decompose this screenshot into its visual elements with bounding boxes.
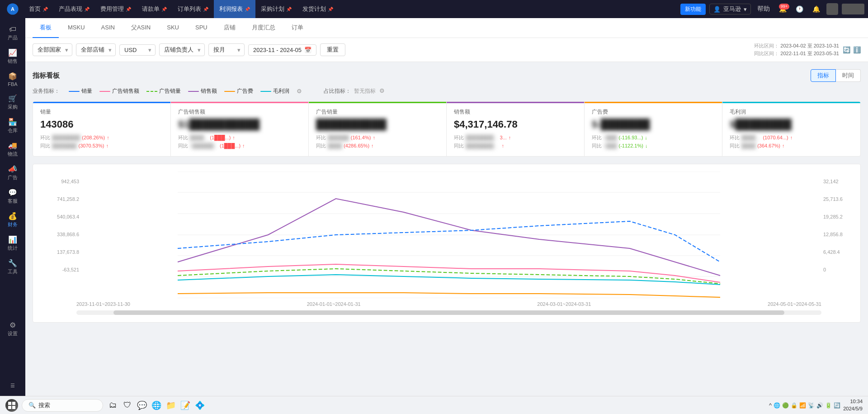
filter-compare-info: 环比区间： 2023-04-02 至 2023-10-31 同比区间： 2022… bbox=[754, 43, 861, 57]
card-name-gross-profit: 毛利润 bbox=[730, 108, 853, 116]
tab-sku[interactable]: SKU bbox=[160, 18, 186, 38]
card-name-ad-cost: 广告费 bbox=[592, 108, 715, 116]
info-icon[interactable]: ℹ️ bbox=[853, 46, 861, 53]
sidebar-item-customer[interactable]: 💬 客服 bbox=[0, 185, 25, 208]
up-arrow-av-year bbox=[371, 142, 374, 150]
refresh-icon[interactable]: 🔄 bbox=[843, 46, 850, 53]
legend-revenue[interactable]: 销售额 bbox=[188, 87, 217, 95]
card-compare-ad-revenue: 环比 ████... (1███...) 同比 $██████... (1███… bbox=[178, 134, 301, 150]
up-arrow-av-env bbox=[373, 134, 375, 142]
sidebar-item-tools[interactable]: 🔧 工具 bbox=[0, 255, 25, 279]
legend-line-ad-revenue bbox=[99, 91, 110, 92]
clock-icon[interactable]: 🕐 bbox=[793, 4, 806, 14]
sidebar-item-stats[interactable]: 📊 统计 bbox=[0, 232, 25, 255]
sidebar-item-settings[interactable]: ⚙ 设置 bbox=[0, 317, 25, 341]
sidebar-menu-icon[interactable]: ☰ bbox=[0, 379, 25, 396]
env-compare-row-av: 环比 ██████ (161.4%) bbox=[316, 134, 439, 142]
sidebar-item-ad[interactable]: 📣 广告 bbox=[0, 161, 25, 185]
sidebar-item-warehouse[interactable]: 🏪 仓库 bbox=[0, 114, 25, 138]
sidebar-item-product[interactable]: 🏷 产品 bbox=[0, 22, 25, 45]
card-value-sales-volume: 143086 bbox=[40, 119, 163, 130]
dropdown-icon: ▾ bbox=[744, 6, 747, 13]
env-compare-row-ac: 环比 $███ (-116.93...) bbox=[592, 134, 715, 142]
tab-msku[interactable]: MSKU bbox=[61, 18, 92, 38]
nav-payment[interactable]: 请款单 📌 bbox=[137, 0, 172, 18]
period-filter[interactable]: 按月 bbox=[208, 43, 245, 56]
toggle-time-button[interactable]: 时间 bbox=[836, 69, 861, 82]
card-compare-sales-volume: 环比 ████████ (208.26%) 同比 ███████ (3070.5… bbox=[40, 134, 163, 150]
nav-cost[interactable]: 费用管理 📌 bbox=[95, 0, 137, 18]
legend-gross-profit[interactable]: 毛利润 bbox=[260, 87, 289, 95]
env-compare-row-gp: 环比 ████.... (1070.64...) bbox=[730, 134, 853, 142]
up-arrow-sv-env bbox=[107, 134, 109, 142]
chart-y-labels-right: 32,142 25,713.6 19,285.2 12,856.8 6,428.… bbox=[823, 179, 846, 272]
help-button[interactable]: 帮助 bbox=[755, 3, 773, 15]
nav-orders[interactable]: 订单列表 📌 bbox=[172, 0, 214, 18]
env-compare-row-sv: 环比 ████████ (208.26%) bbox=[40, 134, 163, 142]
sidebar-item-logistics[interactable]: 🚚 物流 bbox=[0, 138, 25, 161]
card-border-sales-volume bbox=[33, 102, 170, 103]
nav-profit[interactable]: 利润报表 📌 bbox=[214, 0, 255, 18]
card-name-ad-revenue: 广告销售额 bbox=[178, 108, 301, 116]
settings-icon: ⚙ bbox=[9, 321, 16, 329]
occupy-legend-label: 占比指标： 暂无指标 ⚙ bbox=[324, 87, 385, 95]
metric-cards: 销量 143086 环比 ████████ (208.26%) 同比 █████… bbox=[33, 101, 861, 157]
fba-icon: 📦 bbox=[8, 72, 17, 81]
chart-scrollbar-thumb[interactable] bbox=[113, 310, 784, 315]
chart-x-labels: 2023-11-01~2023-11-30 2024-01-01~2024-01… bbox=[76, 301, 821, 307]
date-range-picker[interactable]: 2023-11 - 2024-05 📅 bbox=[248, 44, 316, 56]
reset-button[interactable]: 重置 bbox=[320, 43, 345, 56]
pin-icon-ship-plan: 📌 bbox=[328, 7, 333, 12]
metric-card-revenue: 销售额 $4,317,146.78 环比 ████████... 3... 同比… bbox=[447, 102, 585, 156]
legend-ad-volume[interactable]: 广告销量 bbox=[146, 87, 181, 95]
store-filter[interactable]: 全部店铺 bbox=[76, 43, 116, 56]
tab-monthly-summary[interactable]: 月度汇总 bbox=[245, 18, 283, 38]
legend-ad-cost[interactable]: 广告费 bbox=[224, 87, 253, 95]
currency-filter[interactable]: USD bbox=[119, 44, 156, 56]
finance-icon: 💰 bbox=[8, 212, 17, 220]
customer-icon: 💬 bbox=[8, 188, 17, 197]
legend-line-revenue bbox=[188, 91, 199, 92]
legend-line-gross-profit bbox=[260, 91, 271, 92]
year-compare-row-rv: 同比 ████████... bbox=[454, 142, 577, 150]
card-value-gross-profit: $████████ bbox=[730, 119, 853, 130]
legend-ad-revenue[interactable]: 广告销售额 bbox=[99, 87, 139, 95]
legend-settings-icon[interactable]: ⚙ bbox=[297, 88, 302, 95]
tab-spu[interactable]: SPU bbox=[188, 18, 215, 38]
alert-bell-icon[interactable]: 🔔 99+ bbox=[776, 4, 789, 14]
legend-sales-volume[interactable]: 销量 bbox=[69, 87, 92, 95]
tab-dashboard[interactable]: 看板 bbox=[33, 18, 59, 38]
tab-store[interactable]: 店铺 bbox=[217, 18, 243, 38]
chart-scrollbar[interactable] bbox=[76, 310, 821, 315]
card-value-ad-volume: ██████████ bbox=[316, 119, 439, 130]
notification-icon[interactable]: 🔔 bbox=[810, 4, 823, 14]
chart-svg bbox=[76, 171, 821, 298]
new-feature-button[interactable]: 新功能 bbox=[680, 4, 706, 15]
sidebar-item-fba[interactable]: 📦 FBA bbox=[0, 68, 25, 90]
env-compare-row-ar: 环比 ████... (1███...) bbox=[178, 134, 301, 142]
card-compare-gross-profit: 环比 ████.... (1070.64...) 同比 ████ (364.67… bbox=[730, 134, 853, 150]
legend-line-ad-volume bbox=[146, 91, 157, 92]
metric-card-ad-volume: 广告销量 ██████████ 环比 ██████ (161.4%) 同比 ██… bbox=[309, 102, 447, 156]
tab-parent-asin[interactable]: 父ASIN bbox=[124, 18, 158, 38]
nav-product[interactable]: 产品表现 📌 bbox=[53, 0, 95, 18]
tab-orders[interactable]: 订单 bbox=[284, 18, 311, 38]
avatar[interactable] bbox=[826, 3, 838, 15]
env-compare-range: 环比区间： 2023-04-02 至 2023-10-31 bbox=[754, 43, 839, 49]
sidebar-item-finance[interactable]: 💰 财务 bbox=[0, 208, 25, 232]
person-filter[interactable]: 店铺负责人 bbox=[159, 43, 205, 56]
main-content: 看板 MSKU ASIN 父ASIN SKU SPU 店铺 月度汇总 订单 全部… bbox=[25, 18, 868, 396]
up-arrow-gp-year bbox=[782, 142, 785, 150]
nav-home[interactable]: 首页 📌 bbox=[24, 0, 53, 18]
country-filter[interactable]: 全部国家 bbox=[33, 43, 72, 56]
tab-asin[interactable]: ASIN bbox=[94, 18, 122, 38]
user-area[interactable]: 👤 亚马逊 ▾ bbox=[709, 4, 751, 14]
nav-purchase-plan[interactable]: 采购计划 📌 bbox=[255, 0, 297, 18]
occupy-settings-icon[interactable]: ⚙ bbox=[379, 87, 385, 94]
card-compare-ad-cost: 环比 $███ (-116.93...) 同比 $███ (-1122.1%) bbox=[592, 134, 715, 150]
sidebar-item-sales[interactable]: 📈 销售 bbox=[0, 45, 25, 68]
toggle-metrics-button[interactable]: 指标 bbox=[811, 69, 836, 82]
nav-ship-plan[interactable]: 发货计划 📌 bbox=[297, 0, 339, 18]
sidebar-item-purchase[interactable]: 🛒 采购 bbox=[0, 90, 25, 114]
logo[interactable]: A bbox=[4, 0, 22, 18]
